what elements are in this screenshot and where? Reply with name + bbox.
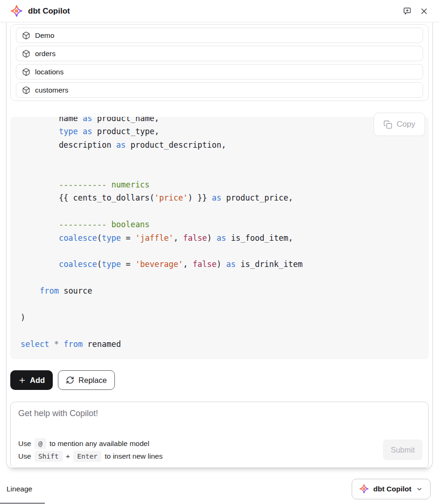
add-button-label: Add <box>30 376 45 385</box>
model-chip[interactable]: orders <box>16 46 423 61</box>
code-container: name as product_name, type as product_ty… <box>10 117 429 359</box>
add-button[interactable]: Add <box>10 370 53 390</box>
tab-lineage[interactable]: Lineage <box>0 474 45 504</box>
model-list: Demo orders locations customers <box>10 24 429 101</box>
tab-lineage-label: Lineage <box>7 485 32 493</box>
plus-icon <box>18 376 26 384</box>
copilot-selector-label: dbt Copilot <box>373 485 411 493</box>
footer-bar: Lineage dbt Copilot <box>0 474 439 504</box>
kbd-key: Enter <box>73 451 101 462</box>
cube-icon <box>22 86 30 94</box>
page-title: dbt Copilot <box>28 7 70 16</box>
model-chip[interactable]: Demo <box>16 28 423 43</box>
replace-button-label: Replace <box>78 376 107 385</box>
copilot-selector-button[interactable]: dbt Copilot <box>352 479 431 499</box>
copilot-panel: Demo orders locations customers name as … <box>6 22 433 468</box>
model-label: Demo <box>35 31 54 40</box>
dbt-copilot-logo-icon <box>10 5 23 17</box>
model-chip[interactable]: customers <box>16 82 423 98</box>
cube-icon <box>22 68 30 76</box>
replace-button[interactable]: Replace <box>58 370 115 390</box>
panel-header: dbt Copilot <box>0 0 439 22</box>
chevron-down-icon <box>416 485 423 493</box>
cube-icon <box>22 31 30 40</box>
dbt-copilot-logo-icon <box>359 484 369 494</box>
actions-row: Add Replace <box>10 370 429 390</box>
prompt-hint: Use Shift + Enter to insert new lines <box>18 450 165 462</box>
header-actions <box>403 7 429 16</box>
new-chat-icon[interactable] <box>403 7 412 16</box>
copy-icon <box>383 120 392 129</box>
close-icon[interactable] <box>419 7 429 16</box>
prompt-hint: Use @ to mention any available model <box>18 437 165 450</box>
cube-icon <box>22 50 30 58</box>
copy-button-label: Copy <box>397 120 415 129</box>
refresh-icon <box>66 376 74 384</box>
model-chip[interactable]: locations <box>16 64 423 79</box>
prompt-placeholder: Get help with Copilot! <box>18 409 421 418</box>
copy-button[interactable]: Copy <box>374 113 425 136</box>
kbd-key: @ <box>35 438 46 449</box>
code-content: name as product_name, type as product_ty… <box>10 117 429 351</box>
model-label: orders <box>35 50 56 58</box>
prompt-input[interactable]: Get help with Copilot! Use @ to mention … <box>10 402 429 468</box>
prompt-hints: Use @ to mention any available model Use… <box>18 437 165 462</box>
kbd-key: Shift <box>35 451 63 462</box>
code-block: name as product_name, type as product_ty… <box>10 117 429 359</box>
submit-button[interactable]: Submit <box>383 439 423 460</box>
model-label: customers <box>35 86 69 94</box>
model-label: locations <box>35 68 64 76</box>
